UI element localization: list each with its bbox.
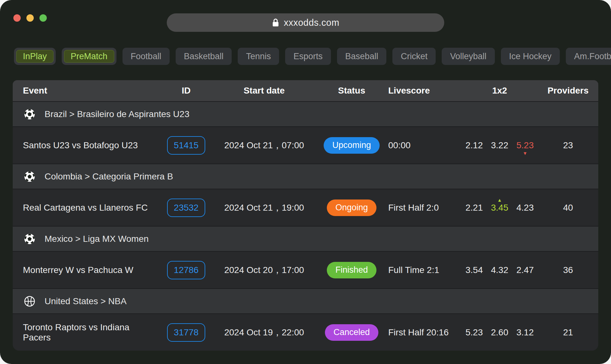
traffic-lights [0, 14, 47, 22]
start-date: 2024 Oct 21，19:00 [213, 202, 315, 214]
events-table: Event ID Start date Status Livescore 1x2… [13, 80, 598, 351]
event-id-chip[interactable]: 12786 [167, 261, 205, 279]
providers-count: 40 [538, 203, 598, 213]
address-bar[interactable]: xxxodds.com [167, 13, 444, 32]
tab-inplay[interactable]: InPlay [14, 48, 56, 65]
event-name: Real Cartagena vs Llaneros FC [13, 203, 159, 213]
close-button[interactable] [13, 14, 21, 22]
tab-football[interactable]: Football [123, 48, 170, 65]
header-event: Event [13, 86, 159, 96]
table-header-row: Event ID Start date Status Livescore 1x2… [13, 80, 598, 101]
event-name: Santos U23 vs Botafogo U23 [13, 140, 159, 150]
livescore: First Half 20:16 [388, 327, 461, 338]
livescore: Full Time 2:1 [388, 265, 461, 275]
event-name: Monterrey W vs Pachuca W [13, 265, 159, 275]
odd-away[interactable]: 2.47 [512, 259, 538, 281]
league-group-label: Colombia > Categoria Primera B [45, 172, 173, 182]
odd-draw[interactable]: ▲ 3.45 [487, 197, 512, 219]
tab-am-football[interactable]: Am.Football [566, 48, 611, 65]
tab-prematch[interactable]: PreMatch [62, 48, 116, 65]
providers-count: 36 [538, 265, 598, 275]
start-date: 2024 Oct 19，22:00 [213, 326, 315, 339]
match-row[interactable]: Toronto Raptors vs Indiana Pacers 31778 … [13, 313, 598, 351]
soccer-ball-icon [23, 232, 36, 246]
league-group-row: Brazil > Brasileiro de Aspirantes U23 [13, 101, 598, 126]
tab-baseball[interactable]: Baseball [337, 48, 387, 65]
sport-tabs: InPlay PreMatch Football Basketball Tenn… [14, 48, 597, 65]
tab-cricket[interactable]: Cricket [392, 48, 436, 65]
event-id-chip[interactable]: 23532 [167, 199, 205, 217]
header-providers: Providers [538, 86, 598, 96]
zoom-button[interactable] [39, 14, 47, 22]
odds-1x2: 2.21 ▲ 3.45 4.23 [461, 197, 538, 219]
odd-away[interactable]: 3.12 [512, 322, 538, 343]
odds-1x2: 5.23 2.60 3.12 [461, 322, 538, 343]
header-status: Status [315, 86, 388, 96]
odd-away[interactable]: 5.23 ▼ [512, 135, 538, 156]
tab-ice-hockey[interactable]: Ice Hockey [501, 48, 560, 65]
url-text: xxxodds.com [284, 18, 340, 28]
odds-1x2: 3.54 4.32 2.47 [461, 259, 538, 281]
odds-1x2: 2.12 3.22 5.23 ▼ [461, 135, 538, 156]
league-group-label: Brazil > Brasileiro de Aspirantes U23 [45, 109, 189, 119]
league-group-label: Mexico > Liga MX Women [45, 234, 149, 244]
event-name: Toronto Raptors vs Indiana Pacers [13, 322, 159, 343]
league-group-row: Colombia > Categoria Primera B [13, 164, 598, 189]
odd-home[interactable]: 5.23 [461, 322, 487, 343]
tab-basketball[interactable]: Basketball [176, 48, 232, 65]
providers-count: 23 [538, 140, 598, 150]
status-badge: Upcoming [324, 137, 380, 154]
odd-draw[interactable]: 4.32 [487, 259, 512, 281]
livescore: 00:00 [388, 140, 461, 150]
match-row[interactable]: Monterrey W vs Pachuca W 12786 2024 Oct … [13, 251, 598, 288]
start-date: 2024 Oct 20，17:00 [213, 264, 315, 276]
tab-volleyball[interactable]: Volleyball [442, 48, 495, 65]
basketball-icon [23, 295, 36, 308]
soccer-ball-icon [23, 170, 36, 183]
header-livescore: Livescore [388, 86, 461, 96]
odd-trend-up-icon: ▲ [497, 197, 502, 203]
odd-trend-down-icon: ▼ [523, 150, 528, 156]
status-badge: Ongoing [327, 200, 376, 216]
status-badge: Finished [327, 262, 376, 278]
providers-count: 21 [538, 327, 598, 338]
odd-home[interactable]: 3.54 [461, 259, 487, 281]
league-group-label: United States > NBA [45, 296, 127, 306]
status-badge: Canceled [325, 324, 378, 341]
league-group-row: United States > NBA [13, 288, 598, 313]
match-row[interactable]: Santos U23 vs Botafogo U23 51415 2024 Oc… [13, 126, 598, 164]
titlebar: xxxodds.com [0, 0, 611, 36]
event-id-chip[interactable]: 31778 [167, 323, 205, 342]
odd-draw[interactable]: 3.22 [487, 135, 512, 156]
odd-draw[interactable]: 2.60 [487, 322, 512, 343]
league-group-row: Mexico > Liga MX Women [13, 226, 598, 251]
header-id: ID [159, 86, 213, 96]
header-start-date: Start date [213, 86, 315, 96]
start-date: 2024 Oct 21，07:00 [213, 139, 315, 151]
soccer-ball-icon [23, 108, 36, 121]
browser-window: xxxodds.com InPlay PreMatch Football Bas… [0, 0, 611, 364]
livescore: First Half 2:0 [388, 203, 461, 213]
odd-home[interactable]: 2.12 [461, 135, 487, 156]
odd-away[interactable]: 4.23 [512, 197, 538, 219]
tab-esports[interactable]: Esports [285, 48, 331, 65]
tab-tennis[interactable]: Tennis [238, 48, 279, 65]
header-1x2: 1x2 [461, 86, 538, 96]
lock-icon [272, 18, 279, 27]
event-id-chip[interactable]: 51415 [167, 136, 205, 155]
odd-home[interactable]: 2.21 [461, 197, 487, 219]
match-row[interactable]: Real Cartagena vs Llaneros FC 23532 2024… [13, 189, 598, 226]
minimize-button[interactable] [26, 14, 34, 22]
